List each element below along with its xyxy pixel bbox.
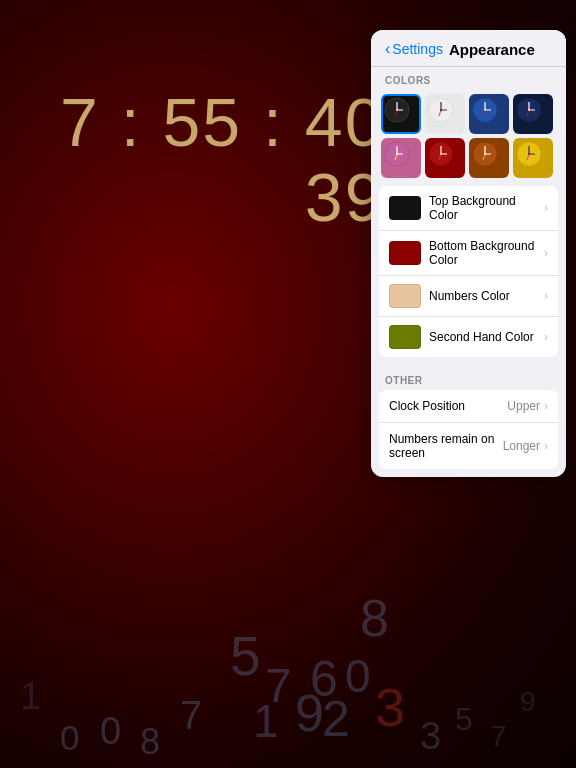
option-rows-list: Clock Position Upper › Numbers remain on… bbox=[379, 390, 558, 469]
bottom-bg-chevron-icon: › bbox=[544, 246, 548, 260]
numbers-remain-value: Longer bbox=[503, 439, 540, 453]
scatter-num: 2 bbox=[322, 690, 350, 748]
clock-thumb-pink[interactable] bbox=[381, 138, 421, 178]
clock-position-label: Clock Position bbox=[389, 399, 465, 413]
top-background-color-row[interactable]: Top Background Color › bbox=[379, 186, 558, 231]
scattered-numbers: 8 5 7 6 0 9 1 2 3 7 0 0 8 3 5 7 1 9 bbox=[0, 568, 576, 768]
back-chevron-icon: ‹ bbox=[385, 40, 390, 58]
panel-header: ‹ Settings Appearance bbox=[371, 30, 566, 67]
back-label: Settings bbox=[392, 41, 443, 57]
panel-title: Appearance bbox=[449, 41, 535, 58]
second-hand-chevron-icon: › bbox=[544, 330, 548, 344]
top-bg-swatch bbox=[389, 196, 421, 220]
second-hand-label: Second Hand Color bbox=[429, 330, 544, 344]
scatter-num: 0 bbox=[60, 718, 79, 758]
back-button[interactable]: ‹ Settings bbox=[385, 40, 443, 58]
top-bg-label: Top Background Color bbox=[429, 194, 544, 222]
settings-panel: ‹ Settings Appearance COLORS bbox=[371, 30, 566, 477]
other-section: OTHER Clock Position Upper › Numbers rem… bbox=[371, 367, 566, 469]
clock-thumb-red[interactable] bbox=[425, 138, 465, 178]
clock-position-row[interactable]: Clock Position Upper › bbox=[379, 390, 558, 423]
scatter-num: 7 bbox=[490, 719, 507, 753]
numbers-color-label: Numbers Color bbox=[429, 289, 544, 303]
clock-thumb-white[interactable] bbox=[425, 94, 465, 134]
second-hand-swatch bbox=[389, 325, 421, 349]
scatter-num: 0 bbox=[100, 710, 121, 753]
clock-thumb-yellow[interactable] bbox=[513, 138, 553, 178]
clock-thumb-darkblue[interactable] bbox=[513, 94, 553, 134]
bottom-background-color-row[interactable]: Bottom Background Color › bbox=[379, 231, 558, 276]
scatter-num: 9 bbox=[295, 683, 324, 743]
clock-display: 7 : 55 : 40 39 bbox=[60, 85, 384, 235]
clock-thumb-orange[interactable] bbox=[469, 138, 509, 178]
scatter-num: 3 bbox=[420, 715, 441, 758]
clock-position-right: Upper › bbox=[507, 399, 548, 413]
clock-thumbnails bbox=[371, 90, 566, 186]
numbers-color-row[interactable]: Numbers Color › bbox=[379, 276, 558, 317]
colors-section-label: COLORS bbox=[371, 67, 566, 90]
numbers-color-chevron-icon: › bbox=[544, 289, 548, 303]
numbers-remain-chevron-icon: › bbox=[544, 439, 548, 453]
clock-thumb-black[interactable] bbox=[381, 94, 421, 134]
clock-position-chevron-icon: › bbox=[544, 399, 548, 413]
scatter-num: 5 bbox=[230, 624, 261, 688]
numbers-remain-right: Longer › bbox=[503, 439, 548, 453]
clock-time: 7 : 55 : 40 bbox=[60, 85, 384, 160]
second-hand-color-row[interactable]: Second Hand Color › bbox=[379, 317, 558, 357]
other-section-label: OTHER bbox=[371, 367, 566, 390]
color-options-list: Top Background Color › Bottom Background… bbox=[379, 186, 558, 357]
bottom-bg-swatch bbox=[389, 241, 421, 265]
scatter-num: 5 bbox=[455, 701, 473, 738]
top-bg-chevron-icon: › bbox=[544, 201, 548, 215]
clock-thumb-blue[interactable] bbox=[469, 94, 509, 134]
scatter-num: 1 bbox=[20, 675, 41, 718]
scatter-num: 3 bbox=[375, 676, 405, 738]
scatter-num: 9 bbox=[520, 686, 536, 718]
scatter-num: 7 bbox=[180, 693, 202, 738]
scatter-num: 8 bbox=[360, 588, 389, 648]
numbers-color-swatch bbox=[389, 284, 421, 308]
bottom-bg-label: Bottom Background Color bbox=[429, 239, 544, 267]
numbers-remain-row[interactable]: Numbers remain on screen Longer › bbox=[379, 423, 558, 469]
numbers-remain-label: Numbers remain on screen bbox=[389, 432, 503, 460]
scatter-num: 1 bbox=[253, 694, 279, 748]
clock-seconds: 39 bbox=[60, 160, 384, 235]
scatter-num: 8 bbox=[140, 721, 160, 763]
clock-position-value: Upper bbox=[507, 399, 540, 413]
